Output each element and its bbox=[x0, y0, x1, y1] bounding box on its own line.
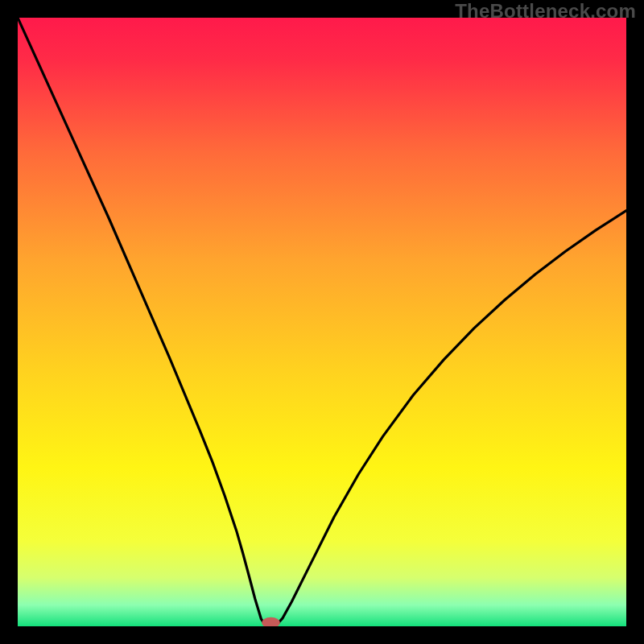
chart-frame: TheBottleneck.com bbox=[0, 0, 644, 644]
gradient-background bbox=[18, 18, 626, 626]
bottleneck-chart bbox=[18, 18, 626, 626]
plot-area bbox=[18, 18, 626, 626]
